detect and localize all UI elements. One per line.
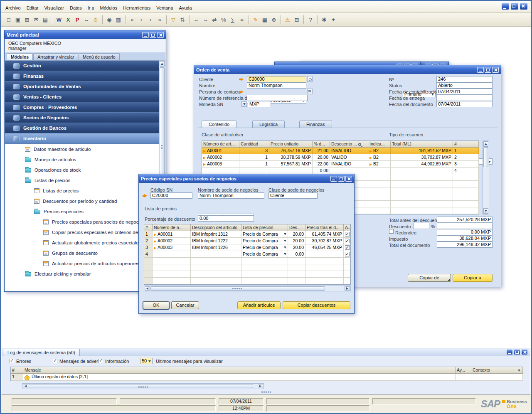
new-document-icon[interactable]: □ <box>4 15 13 24</box>
close-button[interactable] <box>345 176 352 182</box>
base-document-icon[interactable]: ← <box>192 15 201 24</box>
active-cell[interactable] <box>344 238 350 244</box>
table-row[interactable] <box>144 278 350 284</box>
context-cell[interactable] <box>471 374 516 381</box>
add-items-button[interactable]: Añadir artículos <box>237 301 281 309</box>
sales-order-titlebar[interactable]: Orden de venta <box>194 65 501 74</box>
menu-item-precios-especiales-socios[interactable]: Precios especiales para socios de negoci… <box>5 217 159 227</box>
discount-pct-cell[interactable]: 22.00 <box>313 161 330 168</box>
copy-to-button[interactable]: Copiar a <box>453 274 493 282</box>
discount-cell[interactable]: INVALIDO <box>330 148 368 154</box>
menu-archivo[interactable]: Archivo <box>2 5 24 11</box>
link-arrow-icon[interactable] <box>154 240 156 243</box>
menu-item-actualizar-precios-superiores[interactable]: Actualizar precios de artículos superior… <box>5 258 159 269</box>
item-code-cell[interactable]: A00003 <box>202 161 239 168</box>
currency-dropdown-icon[interactable] <box>241 101 247 107</box>
table-row[interactable]: 4 Precio de Compra 0.00 <box>144 251 350 258</box>
last-record-icon[interactable]: » <box>155 15 164 24</box>
print-preview-icon[interactable]: ⊞ <box>22 15 32 24</box>
menu-datos[interactable]: Datos <box>67 5 85 11</box>
restore-button[interactable] <box>514 349 520 355</box>
name-field[interactable]: Norm Thompson <box>247 82 306 89</box>
document-number-field[interactable]: 246 <box>436 76 493 82</box>
export-word-icon[interactable]: W <box>54 15 64 24</box>
discount-percentage-field[interactable]: 0.00 <box>198 215 254 222</box>
item-code-cell[interactable]: A00002 <box>153 238 191 244</box>
row-number-cell[interactable]: 3 <box>144 244 153 251</box>
link-arrow-icon[interactable] <box>154 234 156 236</box>
main-menu-titlebar[interactable]: Menú principal <box>5 30 166 39</box>
cancel-button[interactable]: Cancelar <box>171 301 199 309</box>
link-arrow-icon[interactable] <box>203 163 206 166</box>
table-row[interactable]: 0.00 4 <box>202 168 479 174</box>
indicator-cell[interactable]: B2 <box>368 148 391 154</box>
table-row-selected[interactable]: A00001 3 76,757.18 MXP 21.00 INVALIDO B2… <box>202 148 479 154</box>
row-number-cell[interactable]: 4 <box>453 168 479 174</box>
table-row[interactable]: 2 A00002 IBM Infoprint 1222 Precio de Co… <box>144 238 350 244</box>
settings-icon[interactable]: ✱ <box>320 15 329 24</box>
table-row[interactable] <box>144 258 350 264</box>
next-record-icon[interactable]: › <box>146 15 155 24</box>
export-pdf-icon[interactable]: P <box>73 15 82 24</box>
log-row[interactable]: 1 Último registro de datos [2-1] <box>11 374 523 381</box>
document-icon[interactable]: ▤ <box>41 15 50 24</box>
menu-item-listas-de-precios-folder[interactable]: Listas de precios <box>5 175 159 185</box>
item-search-icon[interactable]: ⊕ <box>269 15 278 24</box>
delivery-date-field[interactable] <box>436 95 493 101</box>
lock-icon[interactable]: ⊙ <box>91 15 100 24</box>
discount-pct-cell[interactable]: 21.00 <box>313 148 330 154</box>
link-arrow-icon[interactable] <box>369 157 372 159</box>
panel-resize-grip[interactable] <box>261 390 272 394</box>
row-number-cell[interactable]: 1 <box>453 148 479 154</box>
minimize-button[interactable] <box>506 349 513 355</box>
quantity-cell[interactable]: 1 <box>239 161 269 168</box>
export-excel-icon[interactable]: X <box>64 15 73 24</box>
table-row[interactable]: A00002 1 38,378.59 MXP 20.00 VALIDO B2 3… <box>202 154 479 161</box>
module-socios-de-negocios[interactable]: Socios de Negocios <box>5 113 159 123</box>
item-description-cell[interactable]: IBM Infoprint 1226 <box>191 244 241 251</box>
item-code-cell[interactable]: A00003 <box>153 244 191 251</box>
active-checkbox[interactable] <box>345 252 350 256</box>
restore-button[interactable] <box>485 67 491 73</box>
discount-cell[interactable]: 0.00 <box>288 251 305 258</box>
menu-item-datos-maestros-articulo[interactable]: Datos maestros de artículo <box>5 144 159 154</box>
module-inventario[interactable]: Inventario <box>5 133 159 144</box>
active-cell[interactable] <box>344 251 350 258</box>
tab-contenido[interactable]: Contenido <box>202 121 236 128</box>
alert-icon[interactable]: ⚠ <box>283 15 292 24</box>
menu-visualizar[interactable]: Visualizar <box>41 5 67 11</box>
unit-price-cell[interactable]: 76,757.18 MXP <box>269 148 313 154</box>
link-arrow-icon[interactable] <box>203 157 206 159</box>
discount-cell[interactable]: 20.00 <box>288 238 305 244</box>
quantity-cell[interactable]: 1 <box>239 154 269 161</box>
price-list-cell[interactable]: Precio de Compra <box>241 251 288 258</box>
filter-icon[interactable]: ▽ <box>169 15 178 24</box>
menu-item-actualizar-globalmente[interactable]: Actualizar globalmente precios especiale… <box>5 237 159 248</box>
find-icon[interactable]: ◉ <box>105 15 114 24</box>
minimize-button[interactable] <box>477 67 484 73</box>
discount-cell[interactable]: INVALIDO <box>330 161 368 168</box>
app-restore-button[interactable] <box>510 3 519 10</box>
module-oportunidades[interactable]: Oportunidades de Ventas <box>5 81 159 92</box>
active-cell[interactable] <box>344 231 350 238</box>
row-number-cell[interactable]: 1 <box>11 374 23 381</box>
total-cell[interactable]: 44,902.89 MXP <box>391 161 453 168</box>
target-document-icon[interactable]: → <box>201 15 210 24</box>
help-cell[interactable] <box>456 374 471 381</box>
system-log-hscrollbar[interactable] <box>22 383 264 389</box>
quantity-cell[interactable] <box>239 168 269 174</box>
link-arrow-icon[interactable] <box>369 163 372 166</box>
scroll-thumb[interactable] <box>483 147 488 167</box>
email-icon[interactable]: ✉ <box>32 15 41 24</box>
price-list-cell[interactable]: Precio de Compra <box>241 238 288 244</box>
app-minimize-button[interactable] <box>501 3 510 10</box>
menu-editar[interactable]: Editar <box>24 5 42 11</box>
tab-arrastrar-y-vincular[interactable]: Arrastrar y vincular <box>33 53 78 60</box>
scroll-right-button[interactable] <box>258 384 263 388</box>
menu-ventana[interactable]: Ventana <box>153 5 176 11</box>
tab-logistica[interactable]: Logística <box>252 121 285 128</box>
warnings-checkbox[interactable] <box>53 359 57 363</box>
services-icon[interactable]: ✦ <box>329 15 338 24</box>
item-description-cell[interactable] <box>191 251 241 258</box>
link-arrow-icon[interactable] <box>369 150 372 153</box>
